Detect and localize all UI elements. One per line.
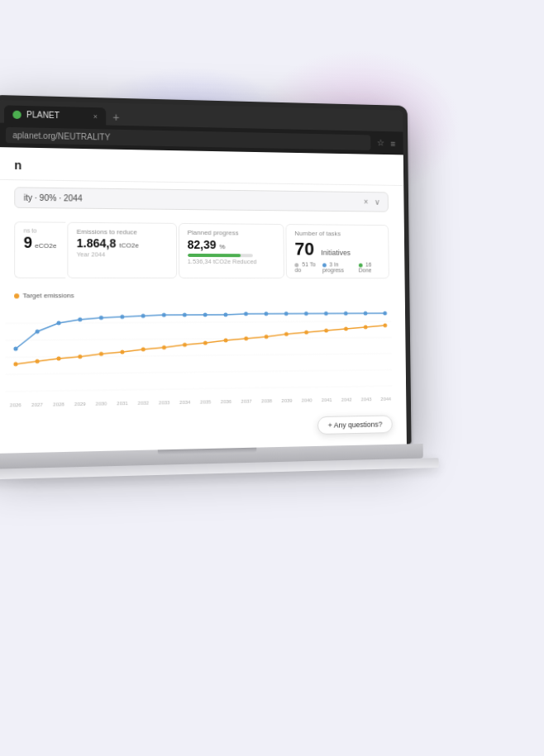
blue-dot-4	[78, 317, 82, 321]
orange-dot-4	[78, 354, 82, 359]
blue-dot-11	[223, 312, 227, 316]
menu-icon[interactable]: ≡	[390, 138, 395, 148]
target-selector-controls: × ∨	[364, 197, 380, 207]
blue-dot-13	[264, 311, 268, 316]
orange-dot-14	[284, 332, 289, 336]
legend-orange-dot	[14, 293, 19, 298]
browser-content: n ity · 90% · 2044 × ∨ ns to 9 eCO2e	[0, 147, 407, 454]
todo-dot	[295, 263, 299, 267]
emissions-value: 1.864,8	[77, 237, 117, 250]
orange-dot-16	[324, 329, 328, 333]
stat-card-tasks: Number of tasks 70 Initiatives 51 To do …	[286, 224, 389, 278]
progress-bar-wrapper	[188, 254, 276, 257]
svg-line-1	[5, 337, 391, 340]
x-label-2027: 2027	[31, 402, 44, 407]
orange-dot-19	[383, 323, 387, 327]
tasks-label: Number of tasks	[294, 230, 380, 238]
target-selector[interactable]: ity · 90% · 2044 × ∨	[14, 187, 389, 212]
orange-dot-11	[224, 338, 228, 342]
tab-label: PLANET	[26, 110, 60, 120]
x-label-2041: 2041	[322, 397, 332, 402]
orange-dot-8	[162, 345, 166, 349]
target-close-icon[interactable]: ×	[364, 197, 369, 207]
partial-unit: eCO2e	[35, 242, 56, 250]
orange-dot-15	[304, 330, 308, 335]
target-label: ity · 90% · 2044	[24, 193, 83, 203]
x-label-2026: 2026	[10, 402, 22, 407]
x-label-2031: 2031	[117, 401, 128, 406]
orange-dot-18	[364, 325, 368, 329]
stat-card-progress: Planned progress 82,39 % 1.536,34 tCO2e …	[179, 223, 285, 278]
new-tab-button[interactable]: +	[107, 108, 124, 125]
chart-svg: 2026 2027 2028 2029 2030 2031 2032 2033 …	[5, 305, 392, 408]
tasks-done-indicator: 16 Done	[359, 262, 381, 273]
tasks-todo-indicator: 51 To do	[295, 261, 318, 273]
x-label-2043: 2043	[361, 397, 372, 402]
tasks-breakdown: 51 To do 3 In progress 16 Done	[295, 261, 381, 273]
blue-dot-1	[13, 347, 17, 351]
svg-line-2	[5, 354, 391, 358]
x-label-2044: 2044	[380, 397, 391, 402]
blue-dot-7	[141, 314, 146, 318]
orange-dot-10	[203, 341, 208, 345]
orange-dot-2	[35, 359, 39, 364]
orange-dot-12	[244, 336, 248, 340]
tasks-number: 70	[294, 239, 314, 259]
partial-value: 9	[24, 235, 32, 252]
inprogress-dot	[322, 263, 327, 267]
progress-sub: 1.536,34 tCO2e Reduced	[188, 258, 276, 265]
blue-dot-5	[99, 316, 103, 320]
stats-row: ns to 9 eCO2e Emissions to reduce 1.864,…	[0, 215, 405, 285]
tasks-inprogress-indicator: 3 In progress	[322, 262, 354, 273]
any-questions-button[interactable]: + Any questions?	[317, 415, 393, 435]
page-header: n	[0, 147, 403, 186]
blue-dot-16	[324, 311, 328, 316]
orange-dot-6	[120, 350, 124, 354]
progress-bar-bg	[188, 254, 253, 257]
blue-dot-10	[203, 313, 208, 317]
x-label-2042: 2042	[341, 397, 352, 402]
orange-dot-7	[141, 347, 146, 351]
orange-dot-1	[13, 362, 17, 366]
target-expand-icon[interactable]: ∨	[375, 197, 380, 207]
blue-dot-8	[162, 313, 166, 317]
stat-card-emissions: Emissions to reduce 1.864,8 tCO2e Year 2…	[67, 222, 176, 278]
blue-dot-3	[56, 321, 60, 325]
address-bar[interactable]: aplanet.org/NEUTRALITY	[6, 127, 370, 150]
progress-label: Planned progress	[188, 229, 276, 237]
browser-tab-active[interactable]: PLANET ×	[4, 105, 106, 125]
progress-value: 82,39	[188, 238, 217, 251]
orange-dot-9	[183, 343, 187, 347]
blue-dot-15	[304, 311, 308, 316]
tab-close-icon[interactable]: ×	[93, 112, 98, 121]
x-label-2040: 2040	[302, 397, 313, 402]
blue-dot-19	[383, 311, 387, 316]
x-label-2036: 2036	[221, 399, 232, 404]
tab-favicon	[12, 110, 21, 118]
x-label-2034: 2034	[179, 400, 191, 405]
chart-svg-wrapper: 2026 2027 2028 2029 2030 2031 2032 2033 …	[5, 305, 398, 411]
progress-bar-fill	[188, 254, 241, 257]
blue-dot-9	[183, 313, 187, 317]
tasks-sublabel: Initiatives	[321, 249, 351, 257]
chart-legend: Target emissions	[6, 292, 398, 300]
bookmark-icon[interactable]: ☆	[376, 138, 384, 149]
x-label-2037: 2037	[241, 399, 253, 404]
orange-dot-17	[344, 327, 348, 331]
legend-target-label: Target emissions	[22, 292, 74, 299]
blue-dot-14	[284, 311, 289, 316]
blue-dot-18	[364, 311, 368, 316]
x-label-2032: 2032	[138, 401, 150, 406]
browser-chrome: PLANET × + aplanet.org/NEUTRALITY ☆ ≡	[0, 100, 403, 155]
svg-line-3	[5, 370, 392, 375]
orange-line	[16, 326, 385, 364]
legend-target: Target emissions	[14, 292, 74, 299]
blue-dot-6	[120, 315, 124, 319]
orange-dot-13	[265, 335, 269, 339]
blue-dot-17	[344, 311, 348, 316]
blue-dot-2	[36, 330, 40, 334]
any-questions-label: + Any questions?	[328, 421, 383, 430]
svg-line-4	[5, 386, 392, 392]
x-label-2030: 2030	[96, 401, 107, 406]
laptop-notch	[158, 448, 257, 455]
